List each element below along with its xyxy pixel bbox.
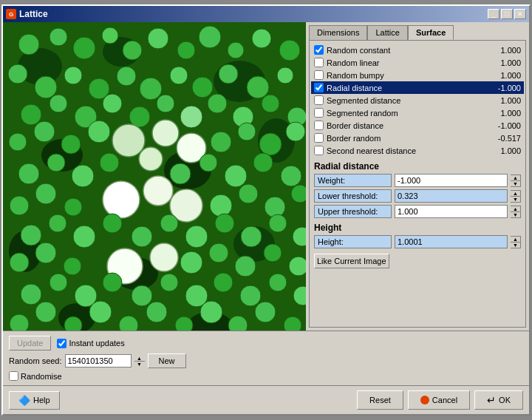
reset-button[interactable]: Reset [357,390,403,410]
cancel-button[interactable]: Cancel [408,390,470,410]
surface-option-row[interactable]: Random linear 1.000 [311,56,524,69]
upper-spin-up[interactable]: ▲ [511,206,520,212]
weight-spin-down[interactable]: ▼ [511,181,520,186]
surface-option-checkbox[interactable] [314,70,324,80]
surface-option-row[interactable]: Radial distance -1.000 [311,81,524,94]
maximize-button[interactable]: □ [501,9,513,19]
weight-spin-up[interactable]: ▲ [511,175,520,181]
svg-point-14 [73,37,95,59]
svg-point-33 [277,67,293,84]
height-spin-up[interactable]: ▲ [511,237,520,243]
svg-point-96 [289,257,306,276]
svg-point-81 [160,214,178,232]
svg-point-90 [35,243,56,263]
surface-tab-content: Random constant 1.000 Random linear 1.00… [309,40,526,328]
randomise-text: Randomise [21,372,62,381]
tab-dimensions[interactable]: Dimensions [309,25,367,40]
upper-spin-down[interactable]: ▼ [511,212,520,217]
svg-point-52 [88,121,110,143]
surface-option-row[interactable]: Segmented distance 1.000 [311,94,524,106]
titlebar: G Lattice _ □ ✕ [3,6,529,22]
lower-threshold-row: Lower threshold: ▲ ▼ [314,189,521,203]
svg-point-32 [247,76,269,98]
randomise-row: Randomise [9,371,523,381]
svg-point-19 [199,26,221,48]
svg-point-41 [208,94,227,113]
surface-option-checkbox[interactable] [314,95,324,105]
svg-point-28 [140,78,162,100]
cancel-icon [420,396,429,404]
preview-canvas [3,22,306,331]
preview-area [3,22,306,331]
lower-spin-down[interactable]: ▼ [511,197,520,202]
seed-spin-up[interactable]: ▲ [134,356,145,362]
svg-point-21 [252,29,271,48]
radial-distance-section-title: Radial distance [314,161,521,172]
lower-spin-up[interactable]: ▲ [511,191,520,197]
svg-point-105 [240,285,261,306]
weight-input[interactable] [395,174,508,187]
svg-point-109 [35,302,56,322]
help-button[interactable]: 🔷 Help [9,391,60,410]
svg-point-102 [160,274,178,291]
svg-point-39 [157,95,174,112]
svg-point-71 [64,198,82,216]
surface-option-checkbox[interactable] [314,121,324,130]
help-icon: 🔷 [18,395,30,406]
svg-point-12 [18,34,39,55]
tab-surface[interactable]: Surface [408,25,454,40]
svg-point-70 [35,183,56,204]
lower-threshold-input[interactable] [395,189,508,203]
height-spin-down[interactable]: ▼ [511,243,520,248]
svg-point-76 [21,225,41,245]
svg-point-80 [132,226,152,247]
svg-point-92 [180,251,202,274]
weight-input-wrap [395,174,508,187]
svg-point-61 [170,163,191,184]
svg-point-89 [10,253,29,272]
surface-option-checkbox[interactable] [314,146,324,155]
surface-option-value: 1.000 [488,71,521,80]
upper-threshold-input[interactable] [395,205,508,218]
svg-point-48 [139,147,163,171]
randomise-label[interactable]: Randomise [9,371,62,381]
surface-option-row[interactable]: Segmented random 1.000 [311,106,524,119]
svg-point-95 [264,244,282,262]
surface-option-row[interactable]: Second nearest distance 1.000 [311,144,524,157]
surface-option-checkbox[interactable] [314,108,324,118]
svg-point-45 [112,124,145,157]
update-button[interactable]: Update [9,336,51,350]
surface-option-row[interactable]: Random bumpy 1.000 [311,69,524,81]
close-button[interactable]: ✕ [514,9,526,19]
svg-point-40 [180,106,202,128]
tab-lattice[interactable]: Lattice [367,25,407,40]
svg-point-106 [269,274,287,291]
seed-input[interactable] [65,354,132,368]
height-section-title: Height [314,223,521,233]
svg-point-83 [215,214,234,233]
svg-point-35 [50,95,67,112]
surface-option-row[interactable]: Border random -0.517 [311,132,524,144]
svg-point-77 [49,214,66,232]
seed-spin-down[interactable]: ▼ [134,362,145,367]
instant-updates-label[interactable]: Instant updates [57,339,124,348]
surface-option-row[interactable]: Random constant 1.000 [311,44,524,56]
randomise-checkbox[interactable] [9,371,18,381]
surface-option-row[interactable]: Border distance -1.000 [311,119,524,132]
instant-updates-checkbox[interactable] [57,339,66,348]
ok-button[interactable]: ↵ OK [474,390,523,410]
surface-option-checkbox[interactable] [314,83,324,92]
height-input[interactable] [395,235,508,248]
svg-point-84 [241,226,262,247]
surface-option-checkbox[interactable] [314,45,324,55]
bottom-bar: Update Instant updates Random seed: ▲ ▼ … [3,331,529,385]
weight-row: Weight: ▲ ▼ [314,174,521,187]
like-current-button[interactable]: Like Current Image [314,254,389,268]
new-button[interactable]: New [148,353,186,368]
minimize-button[interactable]: _ [488,9,499,19]
lower-threshold-spin: ▲ ▼ [511,190,521,203]
surface-option-checkbox[interactable] [314,58,324,67]
svg-point-75 [291,185,306,203]
surface-option-checkbox[interactable] [314,133,324,143]
svg-point-24 [35,76,57,98]
